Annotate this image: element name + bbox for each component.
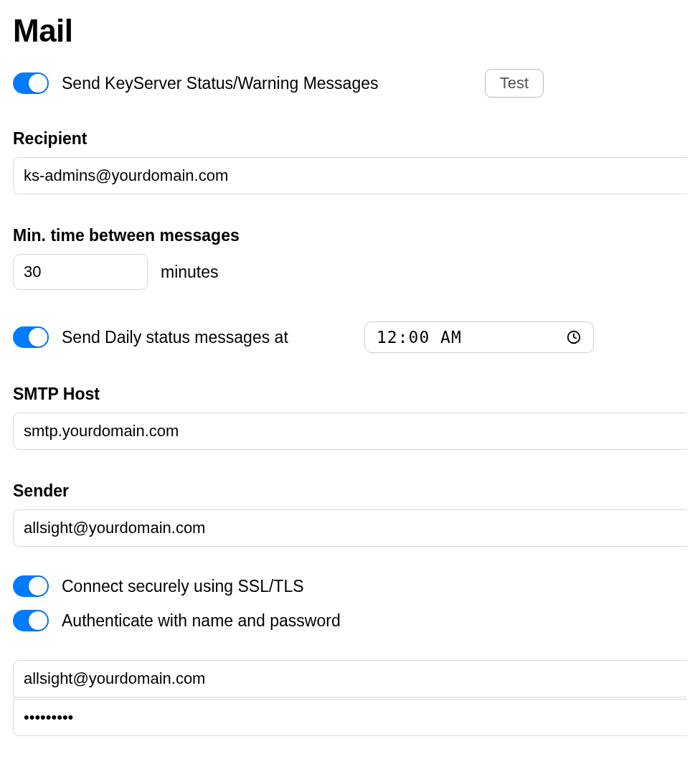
ssl-label: Connect securely using SSL/TLS [62, 577, 304, 596]
security-toggles: Connect securely using SSL/TLS Authentic… [13, 575, 687, 631]
recipient-input[interactable] [13, 157, 687, 194]
ssl-row: Connect securely using SSL/TLS [13, 575, 687, 597]
daily-toggle[interactable] [13, 326, 49, 348]
sender-label: Sender [13, 481, 687, 501]
smtp-label: SMTP Host [13, 385, 687, 404]
daily-time-value: 12:00 AM [377, 328, 462, 347]
auth-row: Authenticate with name and password [13, 610, 687, 631]
credentials-block [13, 660, 687, 736]
auth-label: Authenticate with name and password [62, 611, 341, 631]
min-time-input[interactable] [13, 254, 148, 290]
sender-input[interactable] [13, 509, 687, 547]
recipient-label: Recipient [13, 129, 687, 149]
min-time-row: minutes [13, 254, 687, 290]
page-title: Mail [13, 13, 687, 49]
auth-password-input[interactable] [13, 699, 687, 736]
send-status-label: Send KeyServer Status/Warning Messages [62, 74, 378, 93]
min-time-unit: minutes [161, 263, 219, 282]
daily-time-field[interactable]: 12:00 AM [364, 321, 594, 353]
daily-label: Send Daily status messages at [62, 328, 288, 347]
smtp-input[interactable] [13, 413, 687, 450]
test-button[interactable]: Test [485, 69, 544, 98]
send-status-row: Send KeyServer Status/Warning Messages T… [13, 69, 687, 98]
ssl-toggle[interactable] [13, 575, 49, 597]
auth-username-input[interactable] [13, 660, 687, 697]
daily-row: Send Daily status messages at 12:00 AM [13, 321, 687, 353]
min-time-label: Min. time between messages [13, 226, 687, 245]
auth-toggle[interactable] [13, 610, 49, 631]
clock-icon [566, 329, 582, 345]
send-status-toggle[interactable] [13, 72, 49, 94]
